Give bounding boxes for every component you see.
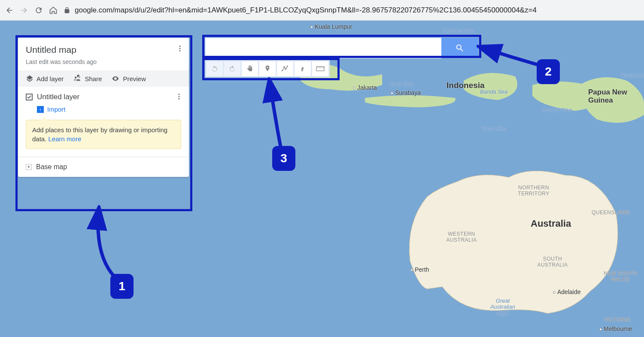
map-title[interactable]: Untitled map [26,45,181,55]
learn-more-link[interactable]: Learn more [49,135,82,143]
forward-icon[interactable] [20,6,28,15]
svg-rect-6 [316,67,324,71]
redo-button[interactable] [224,61,240,76]
import-icon: ↑ [37,106,44,113]
svg-point-1 [179,48,181,49]
panel-menu-icon[interactable] [176,45,184,54]
url-text[interactable]: google.com/maps/d/u/2/edit?hl=en&mid=1AW… [75,6,537,15]
map-canvas[interactable]: Kuala Lumpur Celebes Sea Jakarta Java Se… [0,21,644,337]
callout-2: 2 [537,59,560,84]
layer-title[interactable]: Untitled layer [37,93,79,101]
map-panel: Untitled map Last edit was seconds ago A… [18,38,189,177]
tooltip: Add places to this layer by drawing or i… [26,120,181,149]
search-icon [455,43,465,53]
directions-icon [299,65,307,73]
preview-button[interactable]: Preview [111,75,146,82]
chevron-down-icon: ▼ [26,164,32,170]
last-edit-text: Last edit was seconds ago [26,58,181,65]
search-input[interactable] [205,38,441,58]
import-button[interactable]: ↑ Import [37,106,181,113]
search-button[interactable] [441,38,478,58]
marker-button[interactable] [259,61,276,76]
pan-button[interactable] [242,61,258,76]
hand-icon [246,65,254,73]
layer-section: Untitled layer ↑ Import Add places to th… [18,87,189,157]
ruler-icon [316,66,325,72]
home-icon[interactable] [49,6,58,15]
png-land [580,72,644,128]
label-kuala-lumpur: Kuala Lumpur [310,23,352,30]
arrow-3 [258,77,292,155]
browser-bar: google.com/maps/d/u/2/edit?hl=en&mid=1AW… [0,0,644,21]
panel-actions: Add layer Share Preview [18,70,189,87]
australia-land [401,162,629,334]
lock-icon [64,7,70,14]
share-icon [73,75,82,82]
layer-checkbox[interactable] [26,94,33,100]
svg-point-4 [179,96,180,97]
map-toolbar [205,60,330,77]
svg-point-0 [179,46,181,47]
svg-point-2 [179,50,181,52]
callout-1: 1 [110,274,134,299]
eye-icon [111,75,120,82]
share-button[interactable]: Share [73,75,102,82]
directions-button[interactable] [295,61,311,76]
callout-3: 3 [272,146,295,171]
line-button[interactable] [277,61,293,76]
undo-button[interactable] [207,61,223,76]
ruler-button[interactable] [312,61,328,76]
svg-point-5 [179,98,180,100]
label-celebes: Celebes Sea [442,27,474,34]
layers-icon [26,75,33,82]
marker-icon [264,65,271,73]
layer-menu-icon[interactable] [175,93,183,102]
search-bar [205,38,478,58]
line-icon [281,65,289,73]
reload-icon[interactable] [34,6,43,15]
basemap-row[interactable]: ▼ Base map [18,157,189,177]
undo-icon [211,65,219,73]
add-layer-button[interactable]: Add layer [26,75,64,82]
arrow-1 [82,205,129,282]
back-icon[interactable] [5,6,14,15]
redo-icon [228,65,236,73]
svg-point-3 [179,94,180,95]
